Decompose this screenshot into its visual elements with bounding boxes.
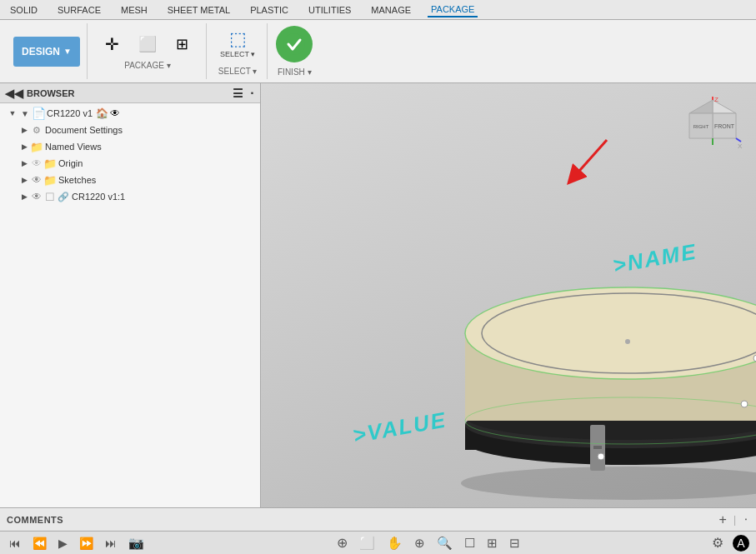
finish-checkmark-icon	[283, 32, 306, 56]
browser-title: BROWSER	[27, 88, 229, 98]
design-button[interactable]: DESIGN ▼	[13, 37, 80, 67]
eye-icon-component[interactable]: 👁	[30, 190, 43, 203]
grid-button[interactable]: ⊞	[484, 534, 500, 552]
bottom-bar: ⏮ ⏪ ▶ ⏩ ⏭ 📷 ⊕ ⬜ ✋ ⊕ 🔍 ☐ ⊞ ⊟ ⚙ A	[0, 531, 756, 554]
zoom-in-button[interactable]: ⊕	[412, 534, 428, 552]
origin-label: Origin	[58, 158, 83, 168]
toolbar-finish-group: FINISH ▾	[269, 23, 319, 79]
comments-add-icon[interactable]: +	[719, 512, 727, 527]
fit-button[interactable]: ⬜	[357, 534, 378, 552]
svg-line-2	[573, 140, 607, 177]
playback-controls: ⏮ ⏪ ▶ ⏩ ⏭ 📷	[7, 534, 147, 552]
browser-header: ◀◀ BROWSER ☰ ⬝	[0, 83, 260, 103]
view-cube[interactable]: FRONT RIGHT Z X	[683, 97, 743, 157]
toolbar-design-group: DESIGN ▼	[7, 23, 88, 79]
move-icon: ✛	[105, 36, 119, 52]
tree-item-sketches[interactable]: ▶ 👁 📁 Sketches	[0, 172, 260, 188]
3d-object	[394, 200, 756, 507]
browser-expand-icon[interactable]: ⬝	[248, 87, 255, 100]
mirror-button[interactable]: ⬜	[131, 33, 164, 55]
svg-text:X: X	[738, 142, 743, 150]
svg-text:RIGHT: RIGHT	[693, 124, 709, 129]
browser-collapse-icon[interactable]: ◀◀	[5, 87, 23, 100]
browser-content: ▼ 📄 CR1220 v1 🏠 👁 ▶ ⚙ Document Settings …	[0, 103, 260, 507]
folder-icon-named-views: 📁	[30, 140, 43, 153]
menu-utilities[interactable]: UTILITIES	[305, 3, 354, 17]
root-arrow-icon[interactable]	[7, 107, 18, 119]
component-label: CR1220 v1:1	[72, 192, 125, 202]
tree-root-label: CR1220 v1	[47, 108, 93, 118]
origin-arrow-icon[interactable]: ▶	[18, 157, 30, 169]
settings-button[interactable]: ⚙	[709, 533, 726, 552]
finish-label[interactable]: FINISH ▾	[278, 67, 312, 77]
named-views-arrow-icon[interactable]: ▶	[18, 141, 30, 152]
sketches-label: Sketches	[58, 175, 96, 185]
pan-button[interactable]: ✋	[384, 534, 405, 552]
home-icon: 🏠	[96, 107, 108, 119]
eye-icon-root[interactable]: 👁	[110, 107, 120, 119]
top-menu-bar: SOLID SURFACE MESH SHEET METAL PLASTIC U…	[0, 0, 756, 20]
play-button[interactable]: ▶	[56, 535, 70, 552]
menu-manage[interactable]: MANAGE	[368, 3, 414, 17]
svg-point-22	[625, 339, 630, 344]
viewport-tools: ⊕ ⬜ ✋ ⊕ 🔍 ☐ ⊞ ⊟	[334, 533, 523, 552]
mirror-icon: ⬜	[138, 37, 157, 52]
svg-marker-5	[689, 100, 713, 113]
component-arrow-icon[interactable]: ▶	[18, 191, 30, 202]
skip-forward-button[interactable]: ⏭	[103, 535, 119, 552]
package-label[interactable]: PACKAGE ▾	[124, 61, 170, 70]
doc-settings-label: Document Settings	[45, 125, 123, 135]
tree-item-named-views[interactable]: ▶ 📁 Named Views	[0, 138, 260, 155]
component-button[interactable]: ⊞	[166, 33, 199, 55]
browser-menu-icon[interactable]: ☰	[233, 87, 243, 100]
svg-rect-24	[593, 446, 602, 449]
grid-options-button[interactable]: ⊟	[507, 534, 523, 552]
red-arrow-annotation	[557, 132, 623, 201]
select-group-label[interactable]: SELECT ▾	[218, 67, 258, 76]
viewport[interactable]: FRONT RIGHT Z X	[261, 83, 756, 507]
sketches-arrow-icon[interactable]: ▶	[18, 174, 30, 186]
root-arrow-expand-icon: ▼	[18, 107, 32, 120]
skip-back-button[interactable]: ⏮	[7, 535, 23, 552]
comments-bar: COMMENTS + | ⬝	[0, 507, 756, 531]
folder-icon-sketches: 📁	[43, 173, 57, 187]
display-mode-button[interactable]: ☐	[462, 534, 478, 552]
prev-button[interactable]: ⏪	[30, 535, 49, 552]
named-views-label: Named Views	[45, 142, 102, 152]
svg-point-14	[461, 467, 756, 500]
doc-settings-arrow-icon[interactable]: ▶	[18, 124, 30, 136]
eye-off-icon-origin[interactable]: 👁	[30, 157, 43, 170]
toolbar-package-group: ✛ ⬜ ⊞ PACKAGE ▾	[89, 23, 207, 79]
toolbar-package-row: ✛ ⬜ ⊞	[96, 32, 199, 56]
comments-separator: |	[733, 514, 736, 526]
menu-plastic[interactable]: PLASTIC	[247, 3, 292, 17]
menu-solid[interactable]: SOLID	[7, 3, 41, 17]
move-button[interactable]: ✛	[96, 32, 129, 56]
menu-package[interactable]: PACKAGE	[428, 2, 478, 17]
tree-item-origin[interactable]: ▶ 👁 📁 Origin	[0, 155, 260, 172]
toolbar-select-group: ⬚ SELECT ▾ SELECT ▾	[208, 23, 268, 79]
autodesk-icon[interactable]: A	[733, 535, 749, 552]
menu-mesh[interactable]: MESH	[118, 3, 151, 17]
orbit-button[interactable]: ⊕	[334, 533, 350, 552]
component-icon: ⊞	[176, 37, 188, 52]
finish-button[interactable]	[276, 26, 313, 62]
doc-icon-component: ☐	[43, 190, 57, 203]
comments-expand-icon[interactable]: ⬝	[743, 513, 749, 526]
document-icon: 📄	[32, 107, 45, 120]
menu-sheet-metal[interactable]: SHEET METAL	[164, 3, 233, 17]
svg-point-0	[283, 33, 305, 55]
zoom-button[interactable]: 🔍	[434, 534, 455, 552]
tree-item-component[interactable]: ▶ 👁 ☐ 🔗 CR1220 v1:1	[0, 188, 260, 205]
select-label: SELECT ▾	[220, 50, 255, 58]
next-button[interactable]: ⏩	[77, 535, 96, 552]
menu-surface[interactable]: SURFACE	[54, 3, 104, 17]
camera-button[interactable]: 📷	[126, 534, 147, 552]
eye-icon-sketches[interactable]: 👁	[30, 173, 43, 187]
tree-item-root[interactable]: ▼ 📄 CR1220 v1 🏠 👁	[0, 105, 260, 122]
select-button[interactable]: ⬚ SELECT ▾	[215, 27, 260, 62]
folder-icon-origin: 📁	[43, 157, 57, 170]
svg-point-30	[598, 453, 604, 460]
design-dropdown-icon: ▼	[63, 47, 72, 56]
tree-item-doc-settings[interactable]: ▶ ⚙ Document Settings	[0, 122, 260, 138]
